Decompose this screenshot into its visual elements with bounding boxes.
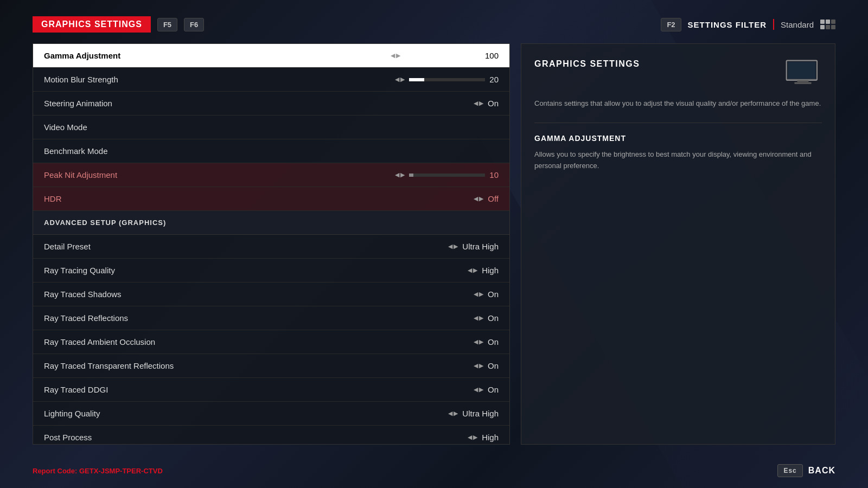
arrows-rtao: ◀ ▶ bbox=[474, 338, 483, 345]
view-mode-icon[interactable] bbox=[820, 20, 835, 29]
setting-row-lighting-quality[interactable]: Lighting Quality ◀ ▶ Ultra High bbox=[33, 402, 509, 426]
setting-name-detail-preset: Detail Preset bbox=[44, 242, 91, 251]
settings-filter-label: SETTINGS FILTER bbox=[688, 20, 767, 29]
footer: Report Code: GETX-JSMP-TPER-CTVD Esc BAC… bbox=[0, 453, 868, 488]
arrows-gamma: ◀ ▶ bbox=[391, 52, 400, 59]
arrows-rts: ◀ ▶ bbox=[474, 291, 483, 298]
filter-value: Standard bbox=[781, 20, 814, 29]
header: GRAPHICS SETTINGS F5 F6 F2 SETTINGS FILT… bbox=[0, 0, 868, 43]
setting-row-motion-blur[interactable]: Motion Blur Strength ◀ ▶ 20 bbox=[33, 68, 509, 92]
setting-value-ray-traced-ddgi: ◀ ▶ On bbox=[474, 385, 499, 394]
grid-dot bbox=[820, 25, 825, 29]
grid-dot bbox=[826, 20, 830, 24]
header-right: F2 SETTINGS FILTER Standard bbox=[661, 18, 835, 31]
setting-row-hdr[interactable]: HDR ◀ ▶ Off bbox=[33, 187, 509, 211]
svg-rect-1 bbox=[788, 62, 815, 79]
setting-value-detail-preset: ◀ ▶ Ultra High bbox=[448, 242, 499, 251]
grid-icon-inner bbox=[820, 20, 835, 29]
info-panel: GRAPHICS SETTINGS Contains settings that… bbox=[521, 43, 835, 445]
setting-name-ray-traced-ddgi: Ray Traced DDGI bbox=[44, 385, 108, 394]
arrows-peak-nit: ◀ ▶ bbox=[395, 171, 405, 178]
setting-name-peak-nit: Peak Nit Adjustment bbox=[44, 170, 117, 179]
setting-value-lighting-quality: ◀ ▶ Ultra High bbox=[448, 409, 499, 418]
setting-row-ray-traced-transparent[interactable]: Ray Traced Transparent Reflections ◀ ▶ O… bbox=[33, 354, 509, 378]
setting-name-ray-traced-reflections: Ray Traced Reflections bbox=[44, 313, 128, 323]
setting-row-benchmark[interactable]: Benchmark Mode bbox=[33, 139, 509, 163]
grid-dot bbox=[820, 20, 825, 24]
setting-row-ray-traced-shadows[interactable]: Ray Traced Shadows ◀ ▶ On bbox=[33, 282, 509, 306]
setting-value-post-process: ◀ ▶ High bbox=[468, 433, 499, 442]
svg-rect-2 bbox=[797, 80, 809, 82]
arrows-detail: ◀ ▶ bbox=[448, 243, 458, 250]
settings-panel: Gamma Adjustment ◀ ▶ 100 Motion B bbox=[33, 43, 510, 445]
setting-name-lighting-quality: Lighting Quality bbox=[44, 409, 100, 418]
setting-row-gamma[interactable]: Gamma Adjustment ◀ ▶ 100 bbox=[33, 44, 509, 68]
main-content: GRAPHICS SETTINGS F5 F6 F2 SETTINGS FILT… bbox=[0, 0, 868, 488]
setting-value-ray-tracing-quality: ◀ ▶ High bbox=[468, 266, 499, 275]
setting-value-ray-traced-ao: ◀ ▶ On bbox=[474, 337, 499, 346]
setting-name-benchmark: Benchmark Mode bbox=[44, 146, 108, 156]
setting-name-ray-traced-ao: Ray Traced Ambient Occlusion bbox=[44, 337, 155, 346]
arrows-rttr: ◀ ▶ bbox=[474, 362, 483, 369]
grid-dot bbox=[831, 20, 835, 24]
setting-value-motion-blur: ◀ ▶ 20 bbox=[395, 75, 499, 84]
arrows-hdr: ◀ ▶ bbox=[474, 195, 483, 202]
setting-row-ray-tracing-quality[interactable]: Ray Tracing Quality ◀ ▶ High bbox=[33, 259, 509, 282]
arrows-motion-blur: ◀ ▶ bbox=[395, 76, 405, 83]
arrows-lq: ◀ ▶ bbox=[448, 410, 458, 417]
setting-name-video-mode: Video Mode bbox=[44, 123, 87, 132]
setting-row-steering[interactable]: Steering Animation ◀ ▶ On bbox=[33, 92, 509, 115]
setting-value-ray-traced-transparent: ◀ ▶ On bbox=[474, 361, 499, 370]
setting-value-peak-nit: ◀ ▶ 10 bbox=[395, 170, 499, 179]
setting-row-detail-preset[interactable]: Detail Preset ◀ ▶ Ultra High bbox=[33, 235, 509, 259]
info-description: Contains settings that allow you to adju… bbox=[534, 98, 822, 110]
grid-dot bbox=[826, 25, 830, 29]
setting-value-ray-traced-shadows: ◀ ▶ On bbox=[474, 290, 499, 299]
setting-name-ray-tracing-quality: Ray Tracing Quality bbox=[44, 266, 115, 275]
arrows-pp: ◀ ▶ bbox=[468, 434, 477, 441]
info-panel-header: GRAPHICS SETTINGS bbox=[534, 59, 822, 87]
setting-value-steering: ◀ ▶ On bbox=[474, 99, 499, 108]
arrows-ddgi: ◀ ▶ bbox=[474, 386, 483, 393]
f5-key[interactable]: F5 bbox=[157, 18, 177, 31]
setting-name-hdr: HDR bbox=[44, 194, 62, 203]
back-button[interactable]: Esc BACK bbox=[777, 464, 835, 477]
setting-name-post-process: Post Process bbox=[44, 433, 92, 442]
arrows-steering: ◀ ▶ bbox=[474, 100, 483, 107]
grid-dot bbox=[831, 25, 835, 29]
setting-row-peak-nit[interactable]: Peak Nit Adjustment ◀ ▶ 10 bbox=[33, 163, 509, 187]
info-divider bbox=[534, 123, 822, 123]
info-setting-title: GAMMA ADJUSTMENT bbox=[534, 134, 822, 143]
monitor-icon bbox=[784, 59, 822, 87]
setting-name-ray-traced-shadows: Ray Traced Shadows bbox=[44, 290, 122, 299]
back-label: BACK bbox=[808, 466, 835, 476]
setting-value-ray-traced-reflections: ◀ ▶ On bbox=[474, 313, 499, 323]
f6-key[interactable]: F6 bbox=[184, 18, 204, 31]
svg-rect-3 bbox=[794, 82, 811, 84]
setting-row-ray-traced-reflections[interactable]: Ray Traced Reflections ◀ ▶ On bbox=[33, 306, 509, 330]
main-area: Gamma Adjustment ◀ ▶ 100 Motion B bbox=[0, 43, 868, 445]
setting-row-ray-traced-ddgi[interactable]: Ray Traced DDGI ◀ ▶ On bbox=[33, 378, 509, 402]
slider-motion-blur bbox=[409, 78, 485, 81]
filter-divider bbox=[773, 19, 774, 30]
section-advanced-graphics: ADVANCED SETUP (GRAPHICS) bbox=[33, 211, 509, 235]
header-left: GRAPHICS SETTINGS F5 F6 bbox=[33, 16, 204, 33]
setting-row-video-mode[interactable]: Video Mode bbox=[33, 115, 509, 139]
f2-key: F2 bbox=[661, 18, 681, 31]
info-setting-desc: Allows you to specify the brightness to … bbox=[534, 149, 822, 172]
info-panel-title: GRAPHICS SETTINGS bbox=[534, 59, 640, 69]
slider-peak-nit bbox=[409, 174, 485, 177]
report-code: Report Code: GETX-JSMP-TPER-CTVD bbox=[33, 467, 163, 475]
setting-name-steering: Steering Animation bbox=[44, 99, 112, 108]
section-title-advanced: ADVANCED SETUP (GRAPHICS) bbox=[44, 219, 166, 227]
setting-name-gamma: Gamma Adjustment bbox=[44, 51, 120, 60]
arrows-rtr: ◀ ▶ bbox=[474, 314, 483, 322]
esc-key: Esc bbox=[777, 464, 802, 477]
setting-row-ray-traced-ao[interactable]: Ray Traced Ambient Occlusion ◀ ▶ On bbox=[33, 330, 509, 354]
setting-name-motion-blur: Motion Blur Strength bbox=[44, 75, 118, 84]
arrows-rtq: ◀ ▶ bbox=[468, 267, 477, 274]
page-title: GRAPHICS SETTINGS bbox=[33, 16, 151, 33]
setting-row-post-process[interactable]: Post Process ◀ ▶ High bbox=[33, 426, 509, 445]
setting-value-gamma: ◀ ▶ 100 bbox=[391, 51, 499, 60]
setting-value-hdr: ◀ ▶ Off bbox=[474, 194, 499, 203]
